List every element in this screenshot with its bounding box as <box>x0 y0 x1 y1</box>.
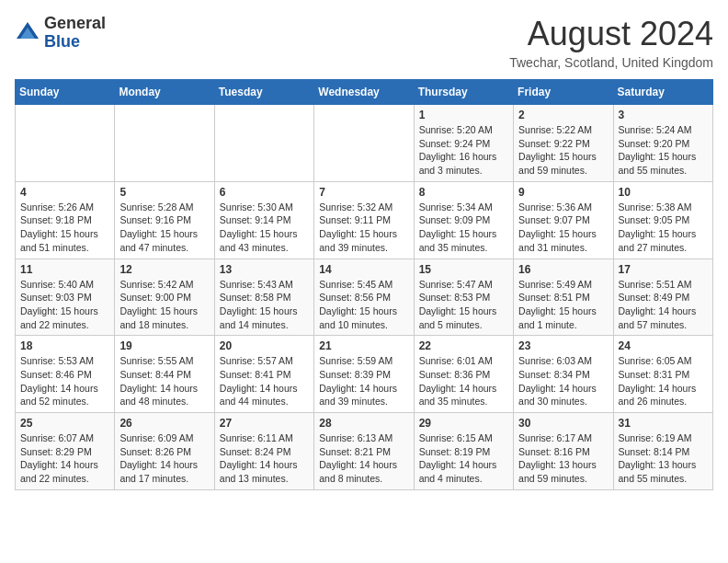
day-number: 6 <box>220 186 309 199</box>
day-info: Sunrise: 5:51 AMSunset: 8:49 PMDaylight:… <box>619 278 708 332</box>
day-number: 26 <box>119 417 209 430</box>
calendar-cell: 14Sunrise: 5:45 AMSunset: 8:56 PMDayligh… <box>314 259 414 336</box>
calendar-cell: 29Sunrise: 6:15 AMSunset: 8:19 PMDayligh… <box>414 413 513 490</box>
day-number: 11 <box>20 263 109 276</box>
calendar-cell <box>314 105 414 182</box>
header-cell-wednesday: Wednesday <box>314 80 414 105</box>
day-info: Sunrise: 6:13 AMSunset: 8:21 PMDaylight:… <box>319 431 408 486</box>
logo-icon <box>15 20 40 46</box>
day-number: 17 <box>619 263 708 276</box>
day-number: 23 <box>518 339 608 352</box>
calendar-cell: 21Sunrise: 5:59 AMSunset: 8:39 PMDayligh… <box>314 336 414 413</box>
calendar-cell: 1Sunrise: 5:20 AMSunset: 9:24 PMDaylight… <box>414 105 513 182</box>
day-info: Sunrise: 5:28 AMSunset: 9:16 PMDaylight:… <box>119 201 209 255</box>
day-number: 20 <box>220 339 309 352</box>
calendar-cell: 24Sunrise: 6:05 AMSunset: 8:31 PMDayligh… <box>613 336 712 413</box>
day-info: Sunrise: 6:03 AMSunset: 8:34 PMDaylight:… <box>518 354 608 408</box>
day-number: 14 <box>319 263 408 276</box>
day-info: Sunrise: 5:26 AMSunset: 9:18 PMDaylight:… <box>20 201 109 255</box>
day-info: Sunrise: 5:57 AMSunset: 8:41 PMDaylight:… <box>220 354 309 408</box>
calendar-cell: 25Sunrise: 6:07 AMSunset: 8:29 PMDayligh… <box>16 413 115 490</box>
day-number: 31 <box>619 417 708 430</box>
day-info: Sunrise: 6:07 AMSunset: 8:29 PMDaylight:… <box>20 431 109 486</box>
calendar-cell: 13Sunrise: 5:43 AMSunset: 8:58 PMDayligh… <box>214 259 313 336</box>
day-number: 4 <box>20 186 109 199</box>
header-cell-saturday: Saturday <box>613 80 712 105</box>
day-number: 15 <box>419 263 508 276</box>
calendar-cell: 12Sunrise: 5:42 AMSunset: 9:00 PMDayligh… <box>115 259 214 336</box>
calendar-cell: 15Sunrise: 5:47 AMSunset: 8:53 PMDayligh… <box>414 259 513 336</box>
day-info: Sunrise: 5:40 AMSunset: 9:03 PMDaylight:… <box>20 278 109 332</box>
calendar-cell: 28Sunrise: 6:13 AMSunset: 8:21 PMDayligh… <box>314 413 414 490</box>
day-number: 7 <box>319 186 408 199</box>
day-number: 27 <box>220 417 309 430</box>
day-number: 1 <box>419 109 508 121</box>
calendar-week-3: 18Sunrise: 5:53 AMSunset: 8:46 PMDayligh… <box>16 336 713 413</box>
logo: General Blue <box>15 15 106 52</box>
day-number: 21 <box>319 339 408 352</box>
calendar-cell: 22Sunrise: 6:01 AMSunset: 8:36 PMDayligh… <box>414 336 513 413</box>
day-number: 10 <box>619 186 708 199</box>
day-info: Sunrise: 6:05 AMSunset: 8:31 PMDaylight:… <box>619 354 708 408</box>
calendar-cell: 6Sunrise: 5:30 AMSunset: 9:14 PMDaylight… <box>214 181 313 259</box>
day-info: Sunrise: 5:20 AMSunset: 9:24 PMDaylight:… <box>419 123 508 178</box>
day-info: Sunrise: 6:17 AMSunset: 8:16 PMDaylight:… <box>518 431 608 486</box>
logo-blue-text: Blue <box>44 33 106 52</box>
calendar-cell: 31Sunrise: 6:19 AMSunset: 8:14 PMDayligh… <box>613 413 712 490</box>
calendar-cell: 16Sunrise: 5:49 AMSunset: 8:51 PMDayligh… <box>514 259 613 336</box>
day-number: 24 <box>619 339 708 352</box>
calendar-cell: 20Sunrise: 5:57 AMSunset: 8:41 PMDayligh… <box>214 336 313 413</box>
header-cell-tuesday: Tuesday <box>214 80 313 105</box>
day-number: 18 <box>20 339 109 352</box>
day-info: Sunrise: 5:42 AMSunset: 9:00 PMDaylight:… <box>119 278 209 332</box>
title-block: August 2024 Twechar, Scotland, United Ki… <box>509 15 713 70</box>
logo-general-text: General <box>44 15 106 33</box>
calendar-cell: 8Sunrise: 5:34 AMSunset: 9:09 PMDaylight… <box>414 181 513 259</box>
day-number: 29 <box>419 417 508 430</box>
day-info: Sunrise: 5:30 AMSunset: 9:14 PMDaylight:… <box>220 201 309 255</box>
calendar-cell <box>16 105 115 182</box>
calendar-cell: 2Sunrise: 5:22 AMSunset: 9:22 PMDaylight… <box>514 105 613 182</box>
calendar-week-1: 4Sunrise: 5:26 AMSunset: 9:18 PMDaylight… <box>16 181 713 259</box>
calendar-cell: 9Sunrise: 5:36 AMSunset: 9:07 PMDaylight… <box>514 181 613 259</box>
day-info: Sunrise: 5:55 AMSunset: 8:44 PMDaylight:… <box>119 354 209 408</box>
location-subtitle: Twechar, Scotland, United Kingdom <box>509 55 713 70</box>
calendar-week-4: 25Sunrise: 6:07 AMSunset: 8:29 PMDayligh… <box>16 413 713 490</box>
day-info: Sunrise: 5:32 AMSunset: 9:11 PMDaylight:… <box>319 201 408 255</box>
calendar-cell: 30Sunrise: 6:17 AMSunset: 8:16 PMDayligh… <box>514 413 613 490</box>
calendar-cell: 19Sunrise: 5:55 AMSunset: 8:44 PMDayligh… <box>115 336 214 413</box>
calendar-cell: 18Sunrise: 5:53 AMSunset: 8:46 PMDayligh… <box>16 336 115 413</box>
calendar-cell <box>115 105 214 182</box>
page-header: General Blue August 2024 Twechar, Scotla… <box>15 15 713 70</box>
day-number: 28 <box>319 417 408 430</box>
day-info: Sunrise: 6:15 AMSunset: 8:19 PMDaylight:… <box>419 431 508 486</box>
day-info: Sunrise: 5:53 AMSunset: 8:46 PMDaylight:… <box>20 354 109 408</box>
day-number: 8 <box>419 186 508 199</box>
calendar-week-2: 11Sunrise: 5:40 AMSunset: 9:03 PMDayligh… <box>16 259 713 336</box>
day-info: Sunrise: 5:34 AMSunset: 9:09 PMDaylight:… <box>419 201 508 255</box>
day-info: Sunrise: 5:59 AMSunset: 8:39 PMDaylight:… <box>319 354 408 408</box>
day-info: Sunrise: 5:49 AMSunset: 8:51 PMDaylight:… <box>518 278 608 332</box>
day-info: Sunrise: 5:22 AMSunset: 9:22 PMDaylight:… <box>518 123 608 178</box>
day-info: Sunrise: 6:11 AMSunset: 8:24 PMDaylight:… <box>220 431 309 486</box>
day-info: Sunrise: 5:36 AMSunset: 9:07 PMDaylight:… <box>518 201 608 255</box>
day-info: Sunrise: 6:19 AMSunset: 8:14 PMDaylight:… <box>619 431 708 486</box>
day-info: Sunrise: 6:09 AMSunset: 8:26 PMDaylight:… <box>119 431 209 486</box>
day-number: 22 <box>419 339 508 352</box>
calendar-cell: 11Sunrise: 5:40 AMSunset: 9:03 PMDayligh… <box>16 259 115 336</box>
month-title: August 2024 <box>509 15 713 53</box>
calendar-cell: 26Sunrise: 6:09 AMSunset: 8:26 PMDayligh… <box>115 413 214 490</box>
calendar-cell: 4Sunrise: 5:26 AMSunset: 9:18 PMDaylight… <box>16 181 115 259</box>
day-number: 30 <box>518 417 608 430</box>
day-info: Sunrise: 5:24 AMSunset: 9:20 PMDaylight:… <box>619 123 708 178</box>
day-number: 5 <box>119 186 209 199</box>
calendar-cell: 3Sunrise: 5:24 AMSunset: 9:20 PMDaylight… <box>613 105 712 182</box>
calendar-cell: 17Sunrise: 5:51 AMSunset: 8:49 PMDayligh… <box>613 259 712 336</box>
day-number: 13 <box>220 263 309 276</box>
day-info: Sunrise: 5:45 AMSunset: 8:56 PMDaylight:… <box>319 278 408 332</box>
day-info: Sunrise: 6:01 AMSunset: 8:36 PMDaylight:… <box>419 354 508 408</box>
calendar-cell: 7Sunrise: 5:32 AMSunset: 9:11 PMDaylight… <box>314 181 414 259</box>
calendar-week-0: 1Sunrise: 5:20 AMSunset: 9:24 PMDaylight… <box>16 105 713 182</box>
calendar-body: 1Sunrise: 5:20 AMSunset: 9:24 PMDaylight… <box>16 105 713 490</box>
header-cell-sunday: Sunday <box>16 80 115 105</box>
